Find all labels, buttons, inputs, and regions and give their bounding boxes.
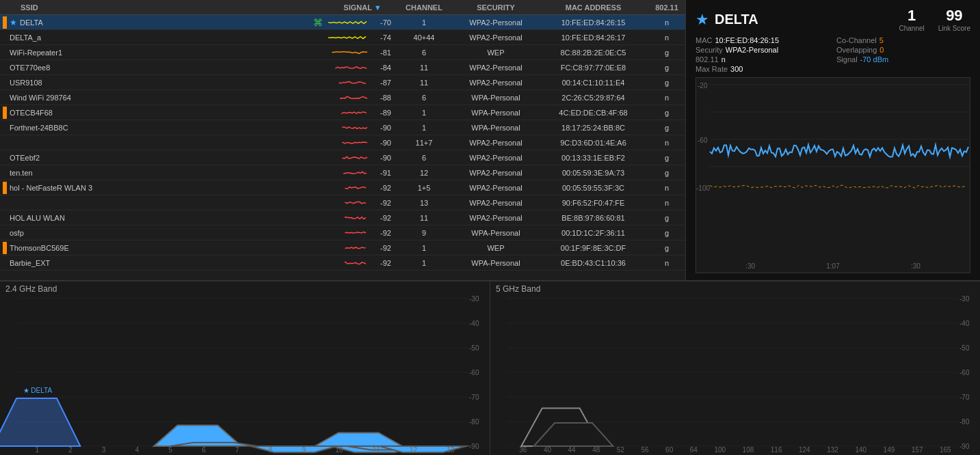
- table-row[interactable]: DELTA_a-7440+44WPA2-Personal10:FE:ED:84:…: [0, 30, 685, 45]
- signal-number: -90: [372, 139, 391, 147]
- table-row[interactable]: USR9108-8711WPA2-Personal00:14:C1:10:11:…: [0, 75, 685, 90]
- col-mac: 00:1F:9F:8E:3C:DF: [540, 244, 646, 252]
- table-row[interactable]: OTECB4F68-891WPA-Personal4C:ED:DE:CB:4F:…: [0, 105, 685, 120]
- table-row[interactable]: Wind WiFi 298764-886WPA-Personal2C:26:C5…: [0, 90, 685, 105]
- col-security: WPA2-Personal: [451, 154, 540, 162]
- col-mac: 00:05:59:55:3F:3C: [540, 184, 646, 192]
- col-channel: 11+7: [397, 139, 451, 147]
- signal-number: -81: [372, 49, 391, 57]
- signal-number: -89: [372, 109, 391, 117]
- col-security: WPA2-Personal: [451, 33, 540, 42]
- maxrate-value: 300: [730, 65, 743, 73]
- col-channel: 9: [397, 229, 451, 237]
- overlapping-row: Overlapping 0: [836, 46, 970, 54]
- link-score-value: 99: [938, 7, 970, 25]
- col-dot11: n: [646, 33, 685, 42]
- signal-label: Signal: [836, 55, 858, 64]
- col-dot11: g: [646, 244, 685, 252]
- detail-star-icon: ★: [696, 11, 709, 29]
- wifi-icon: ⌘: [313, 17, 323, 28]
- mac-value: 10:FE:ED:84:26:15: [715, 36, 779, 44]
- col-channel: 1: [397, 18, 451, 27]
- col-security: WPA2-Personal: [451, 169, 540, 177]
- x-label: 100: [714, 446, 726, 454]
- table-row[interactable]: HOL ALU WLAN-9211WPA2-PersonalBE:8B:97:8…: [0, 210, 685, 225]
- col-security: WPA2-Personal: [451, 139, 540, 147]
- x-label: 7: [235, 446, 239, 454]
- table-row[interactable]: ThomsonBC569E-921WEP00:1F:9F:8E:3C:DFg: [0, 240, 685, 256]
- signal-cell: -89: [328, 109, 397, 117]
- chart-time-labels: :30 1:07 :30: [696, 262, 970, 270]
- dot11-label: 802.11: [696, 55, 719, 64]
- col-signal: SIGNAL ▼: [328, 3, 397, 12]
- signal-number: -92: [372, 184, 391, 192]
- table-row[interactable]: ★DELTA⌘-701WPA2-Personal10:FE:ED:84:26:1…: [0, 15, 685, 30]
- table-row[interactable]: OTE770ee8-8411WPA2-PersonalFC:C8:97:77:0…: [0, 60, 685, 75]
- signal-number: -92: [372, 199, 391, 207]
- col-ssid: SSID: [0, 3, 328, 12]
- col-security: WPA-Personal: [451, 229, 540, 237]
- col-mac: 00:13:33:1E:EB:F2: [540, 154, 646, 162]
- network-name: HOL ALU WLAN: [10, 214, 323, 222]
- col-dot11: n: [646, 139, 685, 147]
- col-mac: 00:14:C1:10:11:E4: [540, 79, 646, 87]
- x-label: 5: [169, 446, 173, 454]
- detail-network-name: DELTA: [715, 12, 758, 27]
- col-mac: 4C:ED:DE:CB:4F:68: [540, 109, 646, 117]
- channel-score-block: 1 Channel: [899, 7, 924, 32]
- col-mac: 0E:BD:43:C1:10:36: [540, 259, 646, 267]
- band-24-x-labels: 12345678910111213: [21, 446, 469, 454]
- x-label: 60: [665, 446, 673, 454]
- table-row[interactable]: OTEebf2-906WPA2-Personal00:13:33:1E:EB:F…: [0, 150, 685, 165]
- table-row[interactable]: WiFi-Repeater1-816WEP8C:88:2B:2E:0E:C5g: [0, 45, 685, 60]
- table-row[interactable]: Forthnet-24BB8C-901WPA-Personal18:17:25:…: [0, 120, 685, 135]
- signal-number: -92: [372, 259, 391, 267]
- col-mac: 2C:26:C5:29:87:64: [540, 94, 646, 102]
- table-row[interactable]: Barbie_EXT-921WPA-Personal0E:BD:43:C1:10…: [0, 256, 685, 271]
- detail-panel: ★ DELTA 1 Channel 99 Link Score MAC 10:F…: [686, 0, 980, 280]
- table-row[interactable]: hol - NetFasteR WLAN 3-921+5WPA2-Persona…: [0, 180, 685, 195]
- col-security: WPA2-Personal: [451, 199, 540, 207]
- signal-number: -92: [372, 244, 391, 252]
- signal-cell: -92: [328, 199, 397, 207]
- signal-number: -92: [372, 214, 391, 222]
- link-score-block: 99 Link Score: [938, 7, 970, 32]
- network-name: ThomsonBC569E: [10, 244, 323, 252]
- maxrate-row: Max Rate 300: [696, 65, 830, 73]
- table-row[interactable]: osfp-929WPA-Personal00:1D:1C:2F:36:11g: [0, 225, 685, 240]
- col-mac: 9C:D3:6D:01:4E:A6: [540, 139, 646, 147]
- signal-number: -84: [372, 64, 391, 72]
- x-label: 10: [335, 446, 343, 454]
- security-row: Security WPA2-Personal: [696, 46, 830, 54]
- signal-cell: -74: [328, 33, 397, 42]
- network-name: Wind WiFi 298764: [10, 94, 323, 102]
- col-dot11: g: [646, 154, 685, 162]
- x-label: 165: [940, 446, 951, 454]
- col-mac: 10:FE:ED:84:26:15: [540, 18, 646, 27]
- col-mac: 00:05:59:3E:9A:73: [540, 169, 646, 177]
- dot11-row: 802.11 n: [696, 55, 830, 64]
- table-row[interactable]: -9011+7WPA2-Personal9C:D3:6D:01:4E:A6n: [0, 135, 685, 150]
- signal-cell: -90: [328, 154, 397, 162]
- dot11-value: n: [721, 55, 726, 64]
- bottom-panels: 2.4 GHz Band -30 -40 -50 -60 -70 -80 -90…: [0, 280, 980, 455]
- col-mac: 00:1D:1C:2F:36:11: [540, 229, 646, 237]
- band-5-x-labels: 3640444852566064100108116124132140149157…: [511, 446, 959, 454]
- col-security: SECURITY: [451, 3, 540, 12]
- signal-cell: -90: [328, 139, 397, 147]
- table-row[interactable]: ten.ten-9112WPA2-Personal00:05:59:3E:9A:…: [0, 165, 685, 180]
- col-dot11: n: [646, 18, 685, 27]
- col-security: WPA2-Personal: [451, 64, 540, 72]
- x-label: 64: [690, 446, 698, 454]
- col-channel: 1: [397, 244, 451, 252]
- table-row[interactable]: -9213WPA2-Personal90:F6:52:F0:47:FEn: [0, 195, 685, 210]
- col-channel: 12: [397, 169, 451, 177]
- time-label-2: 1:07: [826, 262, 839, 270]
- signal-number: -90: [372, 124, 391, 132]
- network-name: WiFi-Repeater1: [10, 49, 323, 57]
- col-security: WEP: [451, 244, 540, 252]
- col-security: WPA-Personal: [451, 94, 540, 102]
- band-24-panel: 2.4 GHz Band -30 -40 -50 -60 -70 -80 -90…: [0, 281, 490, 455]
- col-channel: 11: [397, 214, 451, 222]
- network-table-body[interactable]: ★DELTA⌘-701WPA2-Personal10:FE:ED:84:26:1…: [0, 15, 685, 280]
